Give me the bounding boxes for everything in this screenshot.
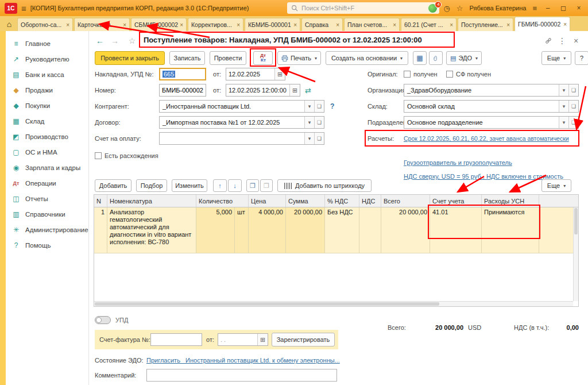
print-button[interactable]: Печать (277, 51, 321, 65)
post-button[interactable]: Провести (210, 51, 246, 65)
cell-account[interactable]: 41.01 (430, 207, 482, 253)
document-number-field[interactable]: БМИБ-000002 (159, 84, 206, 97)
tab-plan-schetov[interactable]: План счетов...× (344, 18, 400, 31)
tab-postuplenie[interactable]: Поступление...× (458, 18, 513, 31)
chevron-down-icon[interactable]: ▾ (304, 117, 314, 128)
col-n[interactable]: N (94, 195, 107, 207)
vertical-scrollbar[interactable] (573, 207, 578, 301)
chevron-down-icon[interactable]: ▾ (559, 101, 568, 112)
checkbox-icon[interactable] (95, 152, 102, 159)
table-row[interactable]: 1 Анализатор гематологический автоматиче… (94, 207, 578, 253)
organization-field[interactable]: _ЗдравОборудование ▾ ❏ (404, 84, 579, 97)
scrollbar-thumb[interactable] (95, 302, 439, 306)
tab-spravka[interactable]: Справка× (301, 18, 343, 31)
cell-vat-rate[interactable]: Без НДС (325, 207, 359, 253)
minimize-icon[interactable]: – (543, 4, 552, 12)
invoice-factura-number-input[interactable] (150, 333, 202, 346)
chevron-down-icon[interactable]: ▾ (304, 133, 314, 144)
original-received-checkbox[interactable]: получен (404, 68, 438, 80)
renumber-icon[interactable]: ⇄ (305, 84, 311, 97)
move-row-down-button[interactable]: ↓ (228, 179, 242, 192)
sidebar-item-pokupki[interactable]: ◆Покупки (6, 98, 88, 113)
tab-close-icon[interactable]: × (66, 22, 69, 28)
favorites-star-icon[interactable]: ☆ (457, 4, 463, 13)
cell-usn-expenses[interactable]: Принимаются (482, 207, 539, 253)
edo-button[interactable]: ▤ ЭДО (446, 51, 482, 65)
settlements-link[interactable]: Срок 12.02.2025, 60.21, 60.22, зачет ава… (404, 132, 569, 145)
add-row-button[interactable]: Добавить (95, 179, 131, 192)
tab-close-icon[interactable]: × (336, 22, 339, 28)
sidebar-item-administrirovanie[interactable]: ✳Администрирование (6, 222, 88, 237)
col-vat[interactable]: НДС (359, 195, 381, 207)
open-item-icon[interactable]: ❏ (568, 117, 578, 128)
payment-invoice-field[interactable]: ▾ ❏ (159, 132, 324, 145)
sidebar-item-sklad[interactable]: ▦Склад (6, 113, 88, 129)
col-vat-rate[interactable]: % НДС (325, 195, 359, 207)
post-and-close-button[interactable]: Провести и закрыть (95, 51, 165, 65)
get-link-icon[interactable] (542, 34, 555, 47)
sf-received-checkbox[interactable]: СФ получен (446, 68, 491, 80)
tab-close-icon[interactable]: × (450, 22, 453, 28)
tab-kartochka[interactable]: Карточка сч...× (74, 18, 130, 31)
department-field[interactable]: Основное подразделение ▾ ❏ (404, 116, 579, 129)
tab-close-icon[interactable]: × (393, 22, 396, 28)
attachments-button[interactable] (429, 51, 443, 65)
table-more-button[interactable]: Еще (541, 179, 571, 192)
save-button[interactable]: Записать (169, 51, 205, 65)
tab-kbmib[interactable]: КБМИБ-000001× (245, 18, 300, 31)
sidebar-item-glavnoe[interactable]: ≡Главное (6, 36, 88, 51)
document-datetime-field[interactable]: 12.02.2025 12:00:00⊞ (226, 84, 300, 97)
checkbox-icon[interactable] (404, 71, 411, 78)
cell-vat[interactable] (359, 207, 381, 253)
dt-kt-postings-button[interactable]: ДтКт (253, 51, 273, 65)
contract-field[interactable]: _Импортная поставка №1 от 12.02.2025 ▾ ❏ (159, 116, 324, 129)
edo-invite-link[interactable]: Пригласить _Иностранный поставщик Ltd. к… (146, 354, 340, 367)
sidebar-item-proizvodstvo[interactable]: ◩Производство (6, 129, 88, 144)
sidebar-item-spravochniki[interactable]: ▥Справочники (6, 206, 88, 222)
invoice-date-field[interactable]: 12.02.2025⊞ (226, 68, 285, 80)
open-item-icon[interactable]: ❏ (314, 101, 324, 112)
close-window-icon[interactable]: × (574, 4, 583, 12)
sidebar-item-zarplata-kadry[interactable]: ◉Зарплата и кадры (6, 160, 88, 175)
move-row-up-button[interactable]: ↑ (213, 179, 227, 192)
help-button[interactable]: ? (575, 51, 588, 65)
col-price[interactable]: Цена (249, 195, 286, 207)
main-menu-icon[interactable]: ≡ (21, 3, 26, 13)
cell-nomenclature[interactable]: Анализатор гематологический автоматическ… (107, 207, 196, 253)
calendar-icon[interactable]: ⊞ (274, 68, 285, 80)
discussions-globe-icon[interactable]: 4 (428, 4, 437, 13)
chevron-down-icon[interactable]: ▾ (559, 84, 568, 96)
counterparty-check-help[interactable]: ? (330, 100, 334, 113)
tab-gbmib-active[interactable]: ГБМИБ-000002× (514, 17, 570, 31)
cell-n[interactable]: 1 (94, 207, 107, 253)
cell-total[interactable]: 20 000,00 (381, 207, 430, 253)
comment-input[interactable] (146, 369, 337, 382)
col-nomenclature[interactable]: Номенклатура (107, 195, 196, 207)
discrepancies-checkbox[interactable]: Есть расхождения (95, 149, 158, 162)
back-icon[interactable]: ← (94, 34, 106, 47)
panel-settings-icon[interactable]: ≡ (532, 4, 537, 13)
cell-sum[interactable]: 20 000,00 (286, 207, 325, 253)
open-item-icon[interactable]: ❏ (314, 117, 324, 128)
col-sum[interactable]: Сумма (286, 195, 325, 207)
col-quantity[interactable]: Количество (196, 195, 249, 207)
home-icon[interactable]: ⌂ (2, 17, 16, 31)
cell-unit[interactable]: шт (235, 207, 249, 253)
open-item-icon[interactable]: ❏ (314, 133, 324, 144)
more-actions-button[interactable]: Еще (541, 51, 571, 65)
checkbox-icon[interactable] (446, 71, 453, 78)
sidebar-item-otchety[interactable]: ◫Отчеты (6, 191, 88, 206)
chevron-down-icon[interactable]: ▾ (304, 101, 314, 112)
warehouse-field[interactable]: Основной склад ▾ ❏ (404, 100, 579, 113)
forward-icon[interactable]: → (109, 34, 121, 47)
cell-quantity[interactable]: 5,000 (196, 207, 235, 253)
tab-60-21[interactable]: 60.21 (Счет ...× (401, 18, 457, 31)
tab-korrektirovka[interactable]: Корректиров...× (188, 18, 243, 31)
invoice-factura-date-field[interactable]: . .⊞ (218, 333, 268, 346)
calendar-icon[interactable]: ⊞ (289, 84, 300, 96)
shipper-consignee-link[interactable]: Грузоотправитель и грузополучатель (404, 156, 512, 169)
tab-close-icon[interactable]: × (563, 21, 567, 28)
col-account[interactable]: Счет учета (430, 195, 482, 207)
copy-rows-button[interactable]: ❐ (246, 179, 259, 192)
sidebar-item-prodazhi[interactable]: ◆Продажи (6, 82, 88, 98)
